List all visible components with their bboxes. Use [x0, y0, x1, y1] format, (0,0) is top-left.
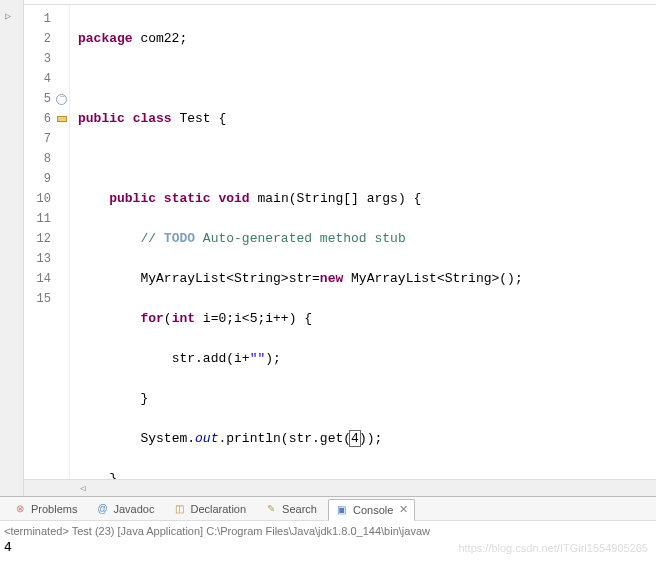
code-editor: 1 2 3 4 5 6 7 8 9 10 11 12 13 14 15 pack… — [24, 4, 656, 496]
tab-problems[interactable]: ⊗ Problems — [6, 498, 84, 520]
line-number: 11 — [24, 209, 69, 229]
tab-javadoc[interactable]: @ Javadoc — [88, 498, 161, 520]
javadoc-icon: @ — [95, 502, 109, 516]
line-number: 10 — [24, 189, 69, 209]
search-icon: ✎ — [264, 502, 278, 516]
line-number: 14 — [24, 269, 69, 289]
bottom-views-panel: ⊗ Problems @ Javadoc ◫ Declaration ✎ Sea… — [0, 496, 656, 582]
line-number: 7 — [24, 129, 69, 149]
tab-search[interactable]: ✎ Search — [257, 498, 324, 520]
line-number: 1 — [24, 9, 69, 29]
view-tabs: ⊗ Problems @ Javadoc ◫ Declaration ✎ Sea… — [0, 497, 656, 521]
line-number: 8 — [24, 149, 69, 169]
tab-declaration[interactable]: ◫ Declaration — [165, 498, 253, 520]
line-number: 9 — [24, 169, 69, 189]
line-number: 2 — [24, 29, 69, 49]
close-icon[interactable]: ✕ — [399, 503, 408, 516]
code-text-area[interactable]: package com22; public class Test { publi… — [70, 5, 656, 479]
line-number: 6 — [24, 109, 69, 129]
console-launch-title: <terminated> Test (23) [Java Application… — [4, 523, 652, 539]
declaration-icon: ◫ — [172, 502, 186, 516]
scroll-left-icon[interactable]: ◁ — [80, 483, 85, 494]
line-number: 13 — [24, 249, 69, 269]
line-number-gutter: 1 2 3 4 5 6 7 8 9 10 11 12 13 14 15 — [24, 5, 70, 479]
console-icon: ▣ — [335, 503, 349, 517]
line-number: 5 — [24, 89, 69, 109]
line-number: 3 — [24, 49, 69, 69]
line-number: 12 — [24, 229, 69, 249]
horizontal-scrollbar[interactable]: ◁ — [24, 479, 656, 496]
console-body: <terminated> Test (23) [Java Application… — [0, 521, 656, 557]
tab-console[interactable]: ▣ Console ✕ — [328, 499, 415, 521]
line-number: 15 — [24, 289, 69, 309]
line-number: 4 — [24, 69, 69, 89]
outline-arrow-icon[interactable]: ▷ — [5, 10, 11, 22]
problems-icon: ⊗ — [13, 502, 27, 516]
editor-left-strip: ▷ — [0, 0, 24, 496]
console-output[interactable]: 4 — [4, 539, 652, 555]
